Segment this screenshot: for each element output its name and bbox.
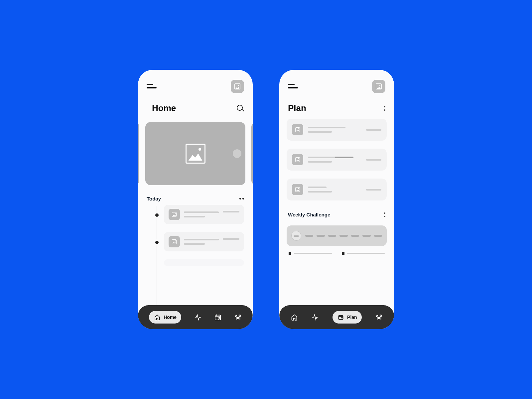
nav-activity[interactable] (194, 314, 201, 321)
day-segment (351, 235, 359, 237)
image-icon (295, 127, 300, 132)
nav-settings[interactable] (375, 314, 383, 321)
card-text (184, 211, 219, 217)
legend-marker (342, 252, 344, 255)
placeholder-line (308, 161, 332, 163)
day-segment (374, 235, 382, 237)
placeholder-line (366, 189, 381, 191)
placeholder-line (184, 239, 219, 240)
nav-settings[interactable] (234, 314, 242, 321)
hero-prev[interactable] (138, 122, 139, 185)
titlebar: Home (138, 96, 253, 119)
card-text (308, 127, 361, 133)
timeline-card[interactable] (164, 259, 244, 266)
calendar-icon (337, 314, 344, 321)
image-icon (172, 212, 177, 217)
placeholder-line (366, 129, 381, 131)
hero-indicator (233, 149, 241, 158)
home-icon (291, 314, 298, 321)
nav-label: Plan (347, 315, 357, 320)
nav-home[interactable]: Home (149, 311, 181, 324)
legend-item (342, 252, 385, 255)
image-placeholder-icon (186, 144, 205, 164)
activity-icon (194, 314, 201, 321)
page-title: Home (152, 103, 176, 113)
placeholder-line (223, 238, 239, 240)
sliders-icon (234, 314, 242, 321)
svg-point-8 (237, 317, 239, 319)
challenge-progress-icon (291, 231, 301, 241)
legend (279, 246, 394, 255)
hero-carousel[interactable] (138, 122, 253, 189)
card-thumb (292, 154, 303, 165)
placeholder-line (184, 216, 205, 217)
placeholder-line (308, 191, 332, 193)
day-segment (305, 235, 313, 237)
phone-home: Home Today (138, 70, 253, 329)
placeholder-line (308, 157, 353, 158)
weekly-challenge-card[interactable] (287, 225, 387, 246)
placeholder-line (308, 127, 345, 128)
plan-card[interactable] (287, 149, 387, 171)
section-header-today: Today (138, 189, 253, 205)
timeline-card[interactable] (164, 205, 244, 224)
more-icon[interactable] (384, 212, 385, 217)
card-text (308, 157, 361, 163)
svg-point-10 (239, 315, 241, 317)
card-thumb (169, 236, 180, 247)
timeline-dot (155, 241, 159, 244)
avatar-button[interactable] (231, 80, 244, 93)
image-icon (376, 83, 382, 89)
search-icon[interactable] (237, 105, 244, 112)
card-thumb (292, 124, 303, 135)
day-segment (328, 235, 336, 237)
challenge-days (305, 235, 382, 237)
placeholder-line (223, 211, 239, 212)
bottom-nav: Plan (279, 305, 394, 329)
calendar-icon (214, 314, 221, 321)
image-icon (295, 187, 300, 192)
day-segment (317, 235, 325, 237)
plan-card[interactable] (287, 119, 387, 141)
more-icon[interactable] (384, 106, 385, 111)
timeline-card[interactable] (164, 232, 244, 251)
nav-home[interactable] (291, 314, 298, 321)
placeholder-line (366, 159, 381, 161)
card-thumb (169, 209, 180, 220)
card-text (184, 239, 219, 245)
card-text (308, 187, 361, 193)
avatar-button[interactable] (372, 80, 385, 93)
timeline-item[interactable] (164, 205, 244, 224)
page-title: Plan (288, 103, 306, 113)
image-icon (295, 157, 300, 162)
placeholder-line (308, 131, 332, 133)
sliders-icon (375, 314, 383, 321)
plan-card[interactable] (287, 179, 387, 200)
day-segment (339, 235, 347, 237)
titlebar: Plan (279, 96, 394, 119)
more-icon[interactable] (239, 198, 244, 200)
nav-label: Home (164, 315, 177, 320)
phone-plan: Plan Week (279, 70, 394, 329)
timeline-item[interactable] (164, 259, 244, 266)
timeline-dot (155, 213, 159, 217)
hero-next[interactable] (251, 122, 253, 185)
nav-activity[interactable] (312, 314, 319, 321)
placeholder-line (294, 253, 332, 254)
placeholder-line (347, 253, 385, 254)
placeholder-line (308, 187, 327, 188)
menu-icon[interactable] (288, 84, 298, 89)
hero-card[interactable] (145, 122, 245, 185)
svg-point-17 (376, 316, 378, 317)
menu-icon[interactable] (147, 84, 157, 89)
svg-point-21 (380, 315, 382, 317)
section-header-weekly: Weekly Challenge (279, 200, 394, 221)
nav-plan[interactable]: Plan (332, 311, 362, 324)
nav-plan[interactable] (214, 314, 221, 321)
legend-item (289, 252, 332, 255)
topbar (279, 70, 394, 96)
svg-point-19 (378, 317, 380, 319)
svg-point-6 (235, 316, 237, 317)
timeline-item[interactable] (164, 232, 244, 251)
topbar (138, 70, 253, 96)
